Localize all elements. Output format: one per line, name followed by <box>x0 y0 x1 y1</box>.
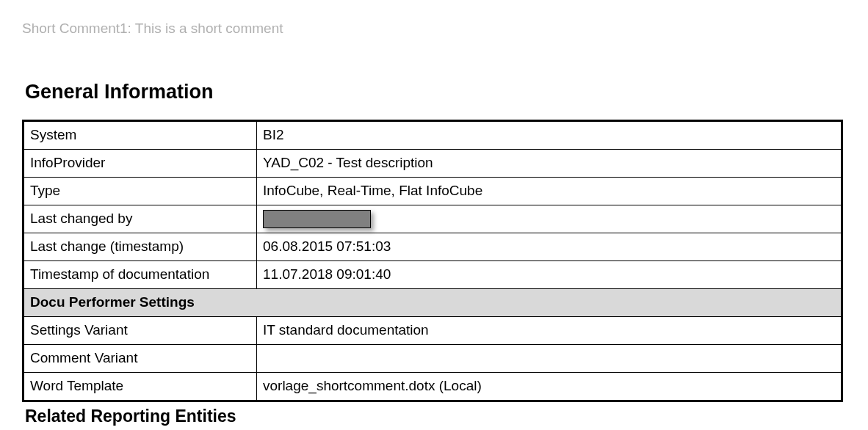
related-reporting-entities-heading: Related Reporting Entities <box>25 407 846 426</box>
docu-performer-settings-heading: Docu Performer Settings <box>23 289 842 317</box>
table-row: System BI2 <box>23 121 842 150</box>
row-value: YAD_C02 - Test description <box>257 150 842 178</box>
table-row: Last changed by <box>23 205 842 233</box>
table-row: Word Template vorlage_shortcomment.dotx … <box>23 373 842 401</box>
row-label: Settings Variant <box>23 317 257 345</box>
table-subheading-row: Docu Performer Settings <box>23 289 842 317</box>
row-label: Comment Variant <box>23 345 257 373</box>
row-value: 06.08.2015 07:51:03 <box>257 233 842 261</box>
row-value: IT standard documentation <box>257 317 842 345</box>
document-page: Short Comment1: This is a short comment … <box>0 0 868 430</box>
row-value: vorlage_shortcomment.dotx (Local) <box>257 373 842 401</box>
row-label: Word Template <box>23 373 257 401</box>
row-value-redacted <box>257 205 842 233</box>
table-row: InfoProvider YAD_C02 - Test description <box>23 150 842 178</box>
table-row: Settings Variant IT standard documentati… <box>23 317 842 345</box>
table-row: Last change (timestamp) 06.08.2015 07:51… <box>23 233 842 261</box>
row-value: BI2 <box>257 121 842 150</box>
table-row: Comment Variant <box>23 345 842 373</box>
general-information-heading: General Information <box>25 81 846 103</box>
row-label: Timestamp of documentation <box>23 261 257 289</box>
row-label: InfoProvider <box>23 150 257 178</box>
row-label: Type <box>23 178 257 205</box>
row-label: Last change (timestamp) <box>23 233 257 261</box>
row-value: InfoCube, Real-Time, Flat InfoCube <box>257 178 842 205</box>
general-info-table: System BI2 InfoProvider YAD_C02 - Test d… <box>22 120 843 402</box>
short-comment-text: Short Comment1: This is a short comment <box>22 21 846 37</box>
redacted-block <box>263 210 371 228</box>
row-value <box>257 345 842 373</box>
table-row: Timestamp of documentation 11.07.2018 09… <box>23 261 842 289</box>
row-value: 11.07.2018 09:01:40 <box>257 261 842 289</box>
row-label: System <box>23 121 257 150</box>
table-row: Type InfoCube, Real-Time, Flat InfoCube <box>23 178 842 205</box>
row-label: Last changed by <box>23 205 257 233</box>
